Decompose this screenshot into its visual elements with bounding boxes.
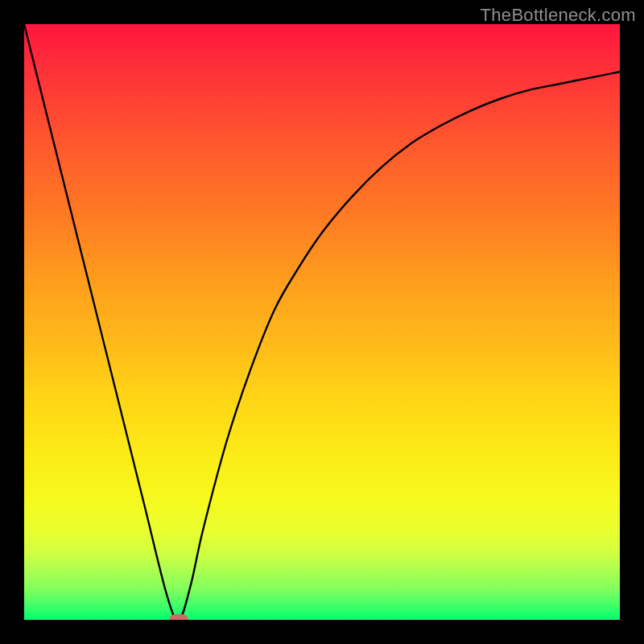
chart-container: TheBottleneck.com	[0, 0, 644, 644]
optimal-point-marker	[169, 614, 188, 620]
curve-svg	[24, 24, 620, 620]
plot-area	[24, 24, 620, 620]
watermark-text: TheBottleneck.com	[481, 5, 636, 26]
bottleneck-curve	[24, 24, 620, 620]
